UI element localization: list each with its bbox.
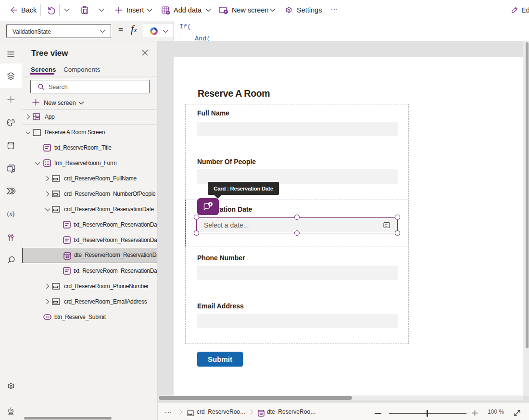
svg-text:18: 18: [260, 412, 263, 416]
svg-text:18: 18: [65, 255, 69, 258]
